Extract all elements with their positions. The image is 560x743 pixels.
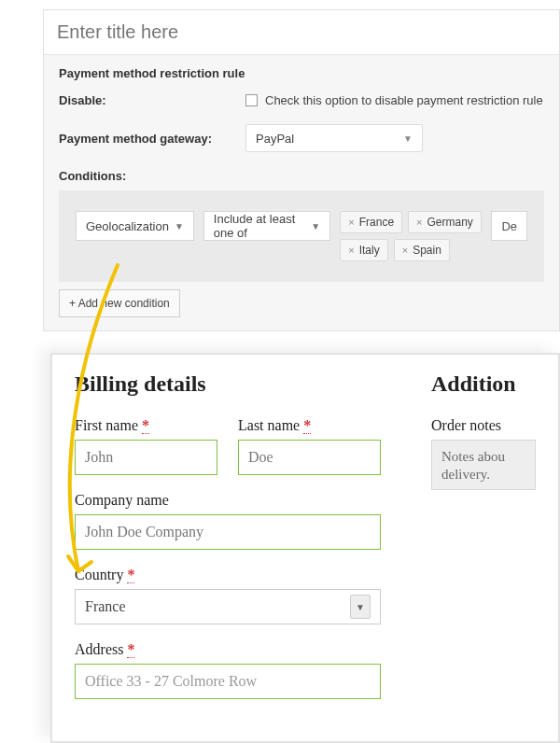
tag-italy[interactable]: ×Italy xyxy=(340,239,387,261)
first-name-field: First name * xyxy=(75,417,217,475)
required-asterisk: * xyxy=(127,641,134,658)
add-condition-button[interactable]: + Add new condition xyxy=(59,289,180,317)
chevron-down-icon: ▼ xyxy=(311,221,320,231)
gateway-value: PayPal xyxy=(256,132,294,146)
checkout-panel: Billing details First name * Last name *… xyxy=(50,353,560,743)
gateway-label: Payment method gateway: xyxy=(59,132,245,146)
company-label: Company name xyxy=(75,492,381,509)
additional-column: Addition Order notes Notes abou delivery… xyxy=(431,372,536,699)
rule-metabox: Payment method restriction rule Disable:… xyxy=(44,54,559,330)
close-icon[interactable]: × xyxy=(348,245,354,256)
last-name-field: Last name * xyxy=(238,417,381,475)
tag-spain[interactable]: ×Spain xyxy=(394,239,450,261)
address-field: Address * xyxy=(75,641,381,699)
condition-operator-select[interactable]: Include at least one of ▼ xyxy=(203,211,330,241)
rule-heading: Payment method restriction rule xyxy=(59,66,544,80)
chevron-down-icon: ▼ xyxy=(403,133,413,144)
address-input[interactable] xyxy=(75,664,381,699)
country-field: Country * France ▼ xyxy=(75,567,381,624)
company-input[interactable] xyxy=(75,514,381,550)
condition-operator-value: Include at least one of xyxy=(214,212,306,240)
order-notes-label: Order notes xyxy=(431,417,536,434)
required-asterisk: * xyxy=(303,417,311,434)
condition-field-select[interactable]: Geolocalization ▼ xyxy=(76,211,194,241)
condition-tags[interactable]: ×France ×Germany ×Italy ×Spain xyxy=(340,211,482,261)
gateway-row: Payment method gateway: PayPal ▼ xyxy=(59,124,544,152)
first-name-input[interactable] xyxy=(75,440,217,475)
condition-extra-button[interactable]: De xyxy=(491,211,527,241)
conditions-box: Geolocalization ▼ Include at least one o… xyxy=(59,190,544,282)
conditions-label-row: Conditions: xyxy=(59,169,544,183)
disable-hint: Check this option to disable payment res… xyxy=(265,93,543,107)
disable-label: Disable: xyxy=(59,93,245,107)
required-asterisk: * xyxy=(142,417,149,434)
last-name-input[interactable] xyxy=(238,440,381,475)
country-value: France xyxy=(85,598,126,615)
post-title-input[interactable] xyxy=(44,10,559,54)
chevron-down-icon: ▼ xyxy=(175,221,184,231)
company-field: Company name xyxy=(75,492,381,550)
condition-field-value: Geolocalization xyxy=(86,219,169,233)
disable-row: Disable: Check this option to disable pa… xyxy=(59,93,544,107)
admin-panel: Payment method restriction rule Disable:… xyxy=(43,9,560,331)
country-label: Country * xyxy=(75,567,381,583)
tag-germany[interactable]: ×Germany xyxy=(408,211,482,233)
disable-checkbox[interactable] xyxy=(245,94,258,106)
close-icon[interactable]: × xyxy=(416,217,422,228)
billing-heading: Billing details xyxy=(75,372,381,397)
chevron-down-icon: ▼ xyxy=(350,595,371,619)
last-name-label: Last name * xyxy=(238,417,381,434)
conditions-label: Conditions: xyxy=(59,169,245,183)
country-select[interactable]: France ▼ xyxy=(75,589,381,624)
first-name-label: First name * xyxy=(75,417,217,434)
order-notes-textarea[interactable]: Notes abou delivery. xyxy=(431,440,536,490)
additional-heading: Addition xyxy=(431,372,536,397)
billing-column: Billing details First name * Last name *… xyxy=(75,372,381,699)
tag-france[interactable]: ×France xyxy=(340,211,402,233)
required-asterisk: * xyxy=(127,567,134,583)
gateway-select[interactable]: PayPal ▼ xyxy=(245,124,423,152)
close-icon[interactable]: × xyxy=(402,245,408,256)
close-icon[interactable]: × xyxy=(348,217,354,228)
address-label: Address * xyxy=(75,641,381,658)
